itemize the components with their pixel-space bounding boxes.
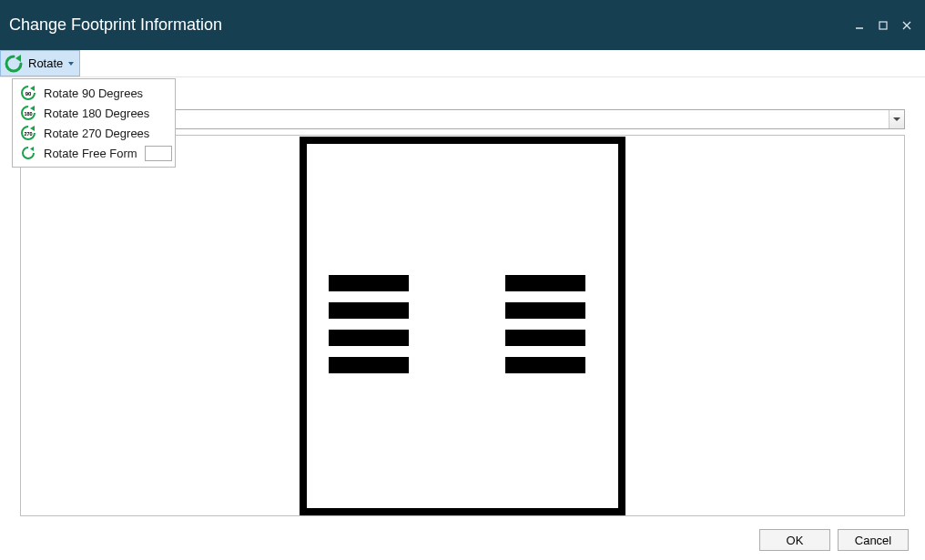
footprint-graphic xyxy=(300,137,625,515)
menu-item-rotate-free-form[interactable]: Rotate Free Form xyxy=(13,143,175,163)
dialog-buttons: OK Cancel xyxy=(759,529,909,551)
svg-marker-11 xyxy=(30,147,34,151)
window-title: Change Footprint Information xyxy=(9,15,222,35)
svg-rect-1 xyxy=(879,22,887,29)
svg-rect-14 xyxy=(329,302,409,319)
close-button[interactable] xyxy=(896,15,918,36)
menu-item-label: Rotate 90 Degrees xyxy=(44,87,168,100)
rotate-270-icon: 270 xyxy=(20,125,36,141)
menu-item-rotate-270[interactable]: 270 Rotate 270 Degrees xyxy=(13,123,175,143)
menu-item-label: Rotate Free Form xyxy=(44,147,137,160)
minimize-button[interactable] xyxy=(849,15,870,36)
ok-button[interactable]: OK xyxy=(759,529,830,551)
rotate-90-icon: 90 xyxy=(20,85,36,101)
menu-item-label: Rotate 180 Degrees xyxy=(44,107,168,120)
rotate-free-icon xyxy=(20,145,36,161)
maximize-button[interactable] xyxy=(872,15,894,36)
svg-text:270: 270 xyxy=(24,131,32,137)
rotate-button-label: Rotate xyxy=(28,56,63,70)
svg-rect-19 xyxy=(505,330,585,346)
rotate-icon xyxy=(3,53,25,75)
rotate-dropdown-menu: 90 Rotate 90 Degrees 180 Rotate 180 Degr… xyxy=(12,78,176,168)
chevron-down-icon xyxy=(68,62,74,66)
svg-text:90: 90 xyxy=(25,91,32,97)
svg-rect-13 xyxy=(329,275,409,291)
svg-rect-17 xyxy=(505,275,585,291)
toolbar: Rotate xyxy=(0,50,925,77)
svg-rect-20 xyxy=(505,357,585,373)
cancel-button[interactable]: Cancel xyxy=(838,529,909,551)
svg-rect-12 xyxy=(303,140,622,512)
footprint-preview xyxy=(20,135,905,516)
svg-rect-15 xyxy=(329,330,409,346)
rotate-180-icon: 180 xyxy=(20,105,36,121)
svg-text:180: 180 xyxy=(24,111,32,117)
rotate-dropdown-button[interactable]: Rotate xyxy=(0,50,80,76)
menu-item-label: Rotate 270 Degrees xyxy=(44,127,168,140)
chevron-down-icon xyxy=(889,110,904,128)
svg-marker-4 xyxy=(15,55,21,62)
titlebar: Change Footprint Information xyxy=(0,0,925,50)
rotate-free-form-input[interactable] xyxy=(145,146,172,161)
svg-rect-16 xyxy=(329,357,409,373)
menu-item-rotate-180[interactable]: 180 Rotate 180 Degrees xyxy=(13,103,175,123)
svg-rect-18 xyxy=(505,302,585,319)
window-controls xyxy=(849,0,925,50)
menu-item-rotate-90[interactable]: 90 Rotate 90 Degrees xyxy=(13,83,175,103)
